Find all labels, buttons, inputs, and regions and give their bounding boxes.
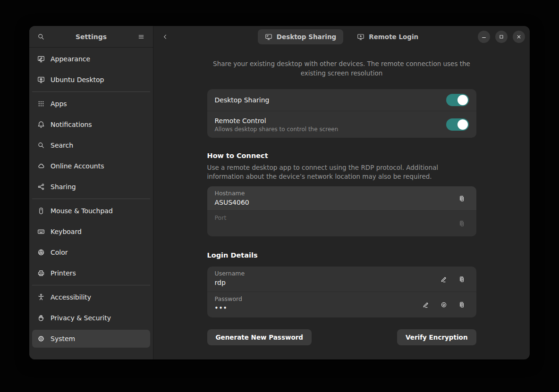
share-nodes-icon <box>37 183 45 191</box>
sidebar-item-label: Accessibility <box>51 293 91 301</box>
color-wheel-icon <box>37 249 45 256</box>
port-label: Port <box>215 214 455 222</box>
copy-icon <box>458 195 466 202</box>
port-value <box>215 223 455 232</box>
keyboard-icon <box>37 228 45 235</box>
accessibility-person-icon <box>37 293 45 301</box>
edit-icon <box>422 301 430 309</box>
username-value: rdp <box>215 278 437 287</box>
tab-desktop-sharing[interactable]: Desktop Sharing <box>258 29 343 44</box>
edit-password-button[interactable] <box>419 298 433 312</box>
sidebar-item-sharing[interactable]: Sharing <box>32 178 150 196</box>
minimize-button[interactable] <box>478 31 490 43</box>
sidebar-separator <box>32 285 150 285</box>
remote-control-subtitle: Allows desktop shares to control the scr… <box>215 125 339 133</box>
generate-new-password-button[interactable]: Generate New Password <box>207 329 312 345</box>
apps-grid-icon <box>37 100 45 108</box>
remote-screen-icon <box>357 33 364 41</box>
headerbar: Desktop Sharing Remote Login <box>153 26 530 48</box>
hostname-value: ASUS4060 <box>215 198 455 207</box>
sidebar-item-label: Apps <box>51 100 67 108</box>
edit-username-button[interactable] <box>437 272 451 286</box>
username-row: Username rdp <box>207 267 476 292</box>
sidebar-item-mouse-touchpad[interactable]: Mouse & Touchpad <box>32 202 150 220</box>
screen-share-icon <box>265 33 272 41</box>
toggle-knob <box>457 95 468 105</box>
sidebar-separator <box>32 92 150 92</box>
sidebar-item-color[interactable]: Color <box>32 243 150 261</box>
hand-icon <box>37 314 45 322</box>
verify-encryption-button[interactable]: Verify Encryption <box>397 329 476 345</box>
copy-icon <box>458 275 466 283</box>
sidebar-item-accessibility[interactable]: Accessibility <box>32 288 150 306</box>
copy-username-button[interactable] <box>455 272 469 286</box>
login-details-heading: Login Details <box>207 250 476 260</box>
desktop-sharing-page: Share your existing desktop with other d… <box>207 48 476 345</box>
sidebar-headerbar: Settings <box>29 26 153 48</box>
sidebar-item-label: Ubuntu Desktop <box>51 76 104 83</box>
sidebar-item-keyboard[interactable]: Keyboard <box>32 223 150 241</box>
sidebar-item-notifications[interactable]: Notifications <box>32 116 150 133</box>
reveal-password-button[interactable] <box>437 298 451 312</box>
chevron-left-icon <box>161 33 169 41</box>
remote-control-toggle[interactable] <box>446 118 469 131</box>
back-button[interactable] <box>158 30 172 44</box>
login-details-card: Username rdp <box>207 267 476 317</box>
password-label: Password <box>215 295 419 303</box>
cloud-icon <box>37 162 45 170</box>
close-icon <box>516 33 522 40</box>
search-button[interactable] <box>34 29 49 44</box>
desktop-sharing-row: Desktop Sharing <box>207 89 476 111</box>
sidebar-item-apps[interactable]: Apps <box>32 95 150 113</box>
sidebar-item-printers[interactable]: Printers <box>32 264 150 282</box>
close-button[interactable] <box>513 31 525 43</box>
tab-label: Remote Login <box>369 33 418 41</box>
sidebar-item-label: Online Accounts <box>51 162 104 170</box>
sidebar: Settings Appearance Ubuntu Desktop <box>29 26 153 359</box>
sidebar-separator <box>32 199 150 199</box>
window-controls <box>478 31 525 43</box>
edit-icon <box>440 275 448 283</box>
eye-icon <box>440 301 448 309</box>
sidebar-item-privacy-security[interactable]: Privacy & Security <box>32 309 150 327</box>
desktop-sharing-label: Desktop Sharing <box>215 96 270 105</box>
ubuntu-desktop-icon <box>37 76 45 83</box>
sidebar-item-online-accounts[interactable]: Online Accounts <box>32 157 150 175</box>
gear-icon <box>37 335 45 342</box>
sidebar-item-label: System <box>51 335 75 342</box>
tab-remote-login[interactable]: Remote Login <box>350 29 425 44</box>
remote-control-label: Remote Control <box>215 117 339 125</box>
password-value: ••• <box>215 304 419 313</box>
sidebar-item-label: Color <box>51 249 68 256</box>
how-to-connect-heading: How to Connect <box>207 151 476 160</box>
toggle-knob <box>457 119 468 130</box>
sidebar-item-label: Mouse & Touchpad <box>51 207 113 215</box>
main-menu-button[interactable] <box>134 29 149 44</box>
sidebar-item-label: Appearance <box>51 55 90 63</box>
sidebar-item-label: Notifications <box>51 121 92 128</box>
remote-control-row: Remote Control Allows desktop shares to … <box>207 111 476 138</box>
appearance-icon <box>37 55 45 63</box>
sidebar-item-label: Search <box>51 142 73 149</box>
sidebar-item-label: Keyboard <box>51 228 82 235</box>
sidebar-item-label: Sharing <box>51 183 76 191</box>
desktop-sharing-toggle[interactable] <box>446 94 469 106</box>
sidebar-item-system[interactable]: System <box>32 330 150 348</box>
copy-hostname-button[interactable] <box>455 192 469 206</box>
sharing-toggles-card: Desktop Sharing Remote Control Allows de… <box>207 89 476 138</box>
mouse-icon <box>37 207 45 215</box>
tab-label: Desktop Sharing <box>277 33 336 41</box>
sidebar-list: Appearance Ubuntu Desktop Apps Notif <box>29 48 153 359</box>
sidebar-item-ubuntu-desktop[interactable]: Ubuntu Desktop <box>32 71 150 89</box>
magnifier-icon <box>37 142 45 149</box>
sidebar-item-appearance[interactable]: Appearance <box>32 50 150 68</box>
app-title: Settings <box>76 33 107 41</box>
bell-icon <box>37 121 45 128</box>
sidebar-item-search[interactable]: Search <box>32 136 150 154</box>
maximize-button[interactable] <box>495 31 508 43</box>
search-icon <box>37 33 45 41</box>
page-description: Share your existing desktop with other d… <box>207 59 476 78</box>
copy-icon <box>458 220 466 227</box>
password-row: Password ••• <box>207 292 476 317</box>
copy-password-button[interactable] <box>455 298 469 312</box>
